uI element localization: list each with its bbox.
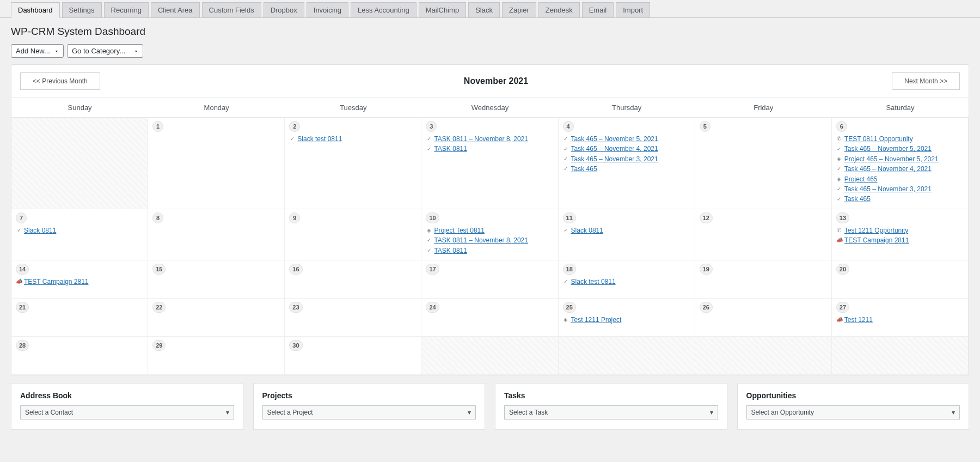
day-number: 15 bbox=[152, 264, 166, 275]
calendar: << Previous Month November 2021 Next Mon… bbox=[11, 64, 969, 375]
event-link[interactable]: Slack 0811 bbox=[24, 227, 56, 234]
event-link[interactable]: TEST Campaign 2811 bbox=[844, 236, 909, 244]
weekday-header: Tuesday bbox=[285, 98, 421, 117]
calendar-cell: 28 bbox=[11, 337, 148, 375]
calendar-cell: 24 bbox=[421, 299, 558, 337]
calendar-cell: 26 bbox=[695, 299, 832, 337]
tab-dropbox[interactable]: Dropbox bbox=[264, 2, 304, 17]
event-link[interactable]: Task 465 – November 5, 2021 bbox=[571, 135, 658, 143]
day-number: 1 bbox=[152, 121, 163, 132]
phone-icon: ✆ bbox=[836, 227, 842, 234]
next-month-button[interactable]: Next Month >> bbox=[892, 72, 960, 90]
tab-dashboard[interactable]: Dashboard bbox=[11, 2, 60, 18]
weekday-header: Thursday bbox=[559, 98, 695, 117]
event-link[interactable]: TASK 0811 – November 8, 2021 bbox=[434, 135, 528, 143]
calendar-event: ◈Project Test 0811 bbox=[426, 227, 553, 234]
calendar-cell: 5 bbox=[695, 118, 832, 209]
tab-custom-fields[interactable]: Custom Fields bbox=[202, 2, 261, 17]
tab-email[interactable]: Email bbox=[582, 2, 614, 17]
panel-title: Address Book bbox=[20, 391, 234, 400]
tab-less-accounting[interactable]: Less Accounting bbox=[351, 2, 416, 17]
event-link[interactable]: TASK 0811 – November 8, 2021 bbox=[434, 236, 528, 244]
calendar-cell: 16 bbox=[285, 260, 421, 299]
panel-select[interactable]: Select a Task bbox=[504, 405, 718, 420]
event-link[interactable]: Task 465 bbox=[571, 165, 597, 173]
check-icon: ✓ bbox=[563, 166, 569, 172]
tab-import[interactable]: Import bbox=[616, 2, 650, 17]
calendar-cell: 30 bbox=[285, 337, 421, 375]
diamond-icon: ◈ bbox=[836, 156, 842, 162]
calendar-event: ✓TASK 0811 – November 8, 2021 bbox=[426, 135, 553, 143]
panel-tasks: TasksSelect a Task bbox=[495, 383, 727, 430]
event-link[interactable]: Test 1211 Project bbox=[571, 316, 622, 324]
calendar-cell: 27📣Test 1211 bbox=[832, 299, 969, 337]
panel-projects: ProjectsSelect a Project bbox=[253, 383, 486, 430]
weekday-header: Sunday bbox=[11, 98, 148, 117]
day-number: 11 bbox=[563, 212, 576, 223]
tab-invoicing[interactable]: Invoicing bbox=[307, 2, 348, 17]
check-icon: ✓ bbox=[426, 136, 432, 142]
tab-recurring[interactable]: Recurring bbox=[104, 2, 149, 17]
prev-month-button[interactable]: << Previous Month bbox=[20, 72, 100, 90]
calendar-event: ✓Task 465 – November 4, 2021 bbox=[563, 145, 690, 153]
panel-title: Projects bbox=[262, 391, 476, 400]
calendar-grid: 12✓Slack test 08113✓TASK 0811 – November… bbox=[11, 118, 969, 375]
tab-zapier[interactable]: Zapier bbox=[502, 2, 536, 17]
day-number: 10 bbox=[426, 212, 439, 223]
check-icon: ✓ bbox=[836, 196, 842, 203]
admin-tabs: DashboardSettingsRecurringClient AreaCus… bbox=[0, 0, 980, 18]
calendar-cell bbox=[695, 337, 832, 375]
event-link[interactable]: Test 1211 bbox=[844, 316, 873, 324]
check-icon: ✓ bbox=[836, 186, 842, 192]
page-title: WP-CRM System Dashboard bbox=[11, 26, 969, 38]
calendar-event: ✓Task 465 – November 5, 2021 bbox=[836, 145, 964, 153]
event-link[interactable]: Task 465 – November 5, 2021 bbox=[844, 145, 932, 153]
panel-select[interactable]: Select a Contact bbox=[20, 405, 234, 420]
calendar-cell: 8 bbox=[148, 209, 285, 260]
event-link[interactable]: Task 465 – November 3, 2021 bbox=[844, 185, 932, 193]
day-number: 28 bbox=[16, 340, 29, 351]
tab-mailchimp[interactable]: MailChimp bbox=[419, 2, 466, 17]
diamond-icon: ◈ bbox=[563, 317, 569, 323]
event-link[interactable]: TASK 0811 bbox=[434, 145, 467, 153]
event-link[interactable]: Slack test 0811 bbox=[297, 135, 342, 143]
calendar-cell bbox=[559, 337, 695, 375]
calendar-cell bbox=[421, 337, 558, 375]
tab-slack[interactable]: Slack bbox=[468, 2, 500, 17]
event-link[interactable]: TASK 0811 bbox=[434, 247, 467, 254]
day-number: 6 bbox=[836, 121, 847, 132]
day-number: 2 bbox=[289, 121, 300, 132]
day-number: 7 bbox=[16, 212, 27, 223]
event-link[interactable]: Project Test 0811 bbox=[434, 227, 485, 234]
calendar-cell: 10◈Project Test 0811✓TASK 0811 – Novembe… bbox=[421, 209, 558, 260]
event-link[interactable]: Project 465 bbox=[844, 175, 878, 183]
event-link[interactable]: Project 465 – November 5, 2021 bbox=[844, 155, 939, 163]
calendar-event: ✓Task 465 bbox=[836, 195, 964, 203]
calendar-title: November 2021 bbox=[464, 76, 528, 86]
add-new-select[interactable]: Add New... bbox=[11, 44, 64, 58]
event-link[interactable]: Slack test 0811 bbox=[571, 278, 616, 285]
event-link[interactable]: Slack 0811 bbox=[571, 227, 603, 234]
panel-select[interactable]: Select an Opportunity bbox=[746, 405, 960, 420]
check-icon: ✓ bbox=[289, 136, 295, 142]
event-link[interactable]: Task 465 bbox=[844, 195, 871, 203]
calendar-cell: 17 bbox=[421, 260, 558, 299]
event-link[interactable]: TEST Campaign 2811 bbox=[24, 278, 89, 285]
tab-settings[interactable]: Settings bbox=[62, 2, 102, 17]
check-icon: ✓ bbox=[426, 146, 432, 153]
check-icon: ✓ bbox=[563, 278, 569, 285]
event-link[interactable]: Test 1211 Opportunity bbox=[844, 227, 908, 234]
event-link[interactable]: Task 465 – November 4, 2021 bbox=[571, 145, 658, 153]
event-link[interactable]: Task 465 – November 4, 2021 bbox=[844, 165, 932, 173]
calendar-cell: 19 bbox=[695, 260, 832, 299]
event-link[interactable]: Task 465 – November 3, 2021 bbox=[571, 155, 658, 163]
day-number: 30 bbox=[289, 340, 302, 351]
tab-zendesk[interactable]: Zendesk bbox=[538, 2, 580, 17]
calendar-cell bbox=[832, 337, 969, 375]
day-number: 17 bbox=[426, 264, 439, 275]
tab-client-area[interactable]: Client Area bbox=[151, 2, 200, 17]
panel-select[interactable]: Select a Project bbox=[262, 405, 476, 420]
day-number: 24 bbox=[426, 302, 439, 313]
event-link[interactable]: TEST 0811 Opportunity bbox=[844, 135, 913, 143]
go-category-select[interactable]: Go to Category... bbox=[67, 44, 143, 58]
